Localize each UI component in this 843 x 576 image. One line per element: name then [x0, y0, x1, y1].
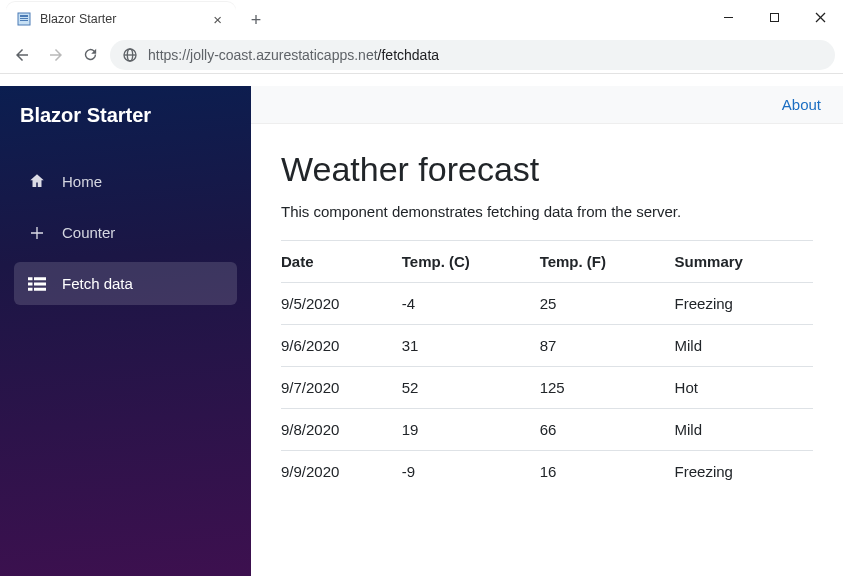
browser-tab[interactable]: Blazor Starter ×: [6, 2, 236, 36]
svg-rect-12: [34, 277, 46, 280]
cell-date: 9/9/2020: [281, 451, 402, 493]
cell-tf: 16: [540, 451, 675, 493]
page-title: Weather forecast: [281, 150, 813, 189]
cell-summary: Hot: [675, 367, 813, 409]
svg-rect-13: [28, 282, 33, 285]
cell-summary: Freezing: [675, 451, 813, 493]
table-row: 9/8/20201966Mild: [281, 409, 813, 451]
cell-tf: 125: [540, 367, 675, 409]
th-summary: Summary: [675, 241, 813, 283]
app: Blazor Starter Home Counter Fetch data A…: [0, 86, 843, 576]
sidebar-item-label: Fetch data: [62, 275, 133, 292]
about-link[interactable]: About: [782, 96, 821, 113]
tab-close-icon[interactable]: ×: [213, 11, 222, 28]
svg-rect-1: [20, 15, 28, 17]
svg-rect-15: [28, 287, 33, 290]
cell-tc: 31: [402, 325, 540, 367]
sidebar-item-label: Home: [62, 173, 102, 190]
forward-button[interactable]: [42, 41, 70, 69]
svg-rect-2: [20, 18, 28, 19]
cell-summary: Mild: [675, 409, 813, 451]
svg-rect-5: [770, 13, 778, 21]
url-text: https://jolly-coast.azurestaticapps.net/…: [148, 47, 439, 63]
reload-button[interactable]: [76, 41, 104, 69]
table-row: 9/5/2020-425Freezing: [281, 283, 813, 325]
table-row: 9/6/20203187Mild: [281, 325, 813, 367]
th-temp-f: Temp. (F): [540, 241, 675, 283]
table-header-row: Date Temp. (C) Temp. (F) Summary: [281, 241, 813, 283]
sidebar-item-label: Counter: [62, 224, 115, 241]
cell-date: 9/5/2020: [281, 283, 402, 325]
cell-date: 9/8/2020: [281, 409, 402, 451]
page-body: Weather forecast This component demonstr…: [251, 124, 843, 492]
page-description: This component demonstrates fetching dat…: [281, 203, 813, 220]
cell-date: 9/7/2020: [281, 367, 402, 409]
sidebar-nav: Home Counter Fetch data: [0, 149, 251, 315]
cell-tc: -4: [402, 283, 540, 325]
window-close-button[interactable]: [797, 2, 843, 32]
site-info-icon[interactable]: [122, 47, 138, 63]
cell-tf: 25: [540, 283, 675, 325]
topbar: About: [251, 86, 843, 124]
table-row: 9/9/2020-916Freezing: [281, 451, 813, 493]
cell-tf: 87: [540, 325, 675, 367]
brand-title: Blazor Starter: [0, 86, 251, 149]
sidebar: Blazor Starter Home Counter Fetch data: [0, 86, 251, 576]
sidebar-item-home[interactable]: Home: [14, 159, 237, 203]
forecast-table: Date Temp. (C) Temp. (F) Summary 9/5/202…: [281, 240, 813, 492]
tabstrip: Blazor Starter × +: [0, 0, 843, 36]
svg-rect-16: [34, 287, 46, 290]
sidebar-item-fetch-data[interactable]: Fetch data: [14, 262, 237, 305]
new-tab-button[interactable]: +: [242, 6, 270, 34]
tab-title: Blazor Starter: [40, 12, 205, 26]
cell-tc: -9: [402, 451, 540, 493]
svg-rect-14: [34, 282, 46, 285]
back-button[interactable]: [8, 41, 36, 69]
plus-icon: [28, 225, 46, 241]
table-row: 9/7/202052125Hot: [281, 367, 813, 409]
th-date: Date: [281, 241, 402, 283]
cell-tf: 66: [540, 409, 675, 451]
svg-rect-3: [20, 20, 28, 21]
content: About Weather forecast This component de…: [251, 86, 843, 576]
svg-rect-11: [28, 277, 33, 280]
address-bar[interactable]: https://jolly-coast.azurestaticapps.net/…: [110, 40, 835, 70]
cell-date: 9/6/2020: [281, 325, 402, 367]
window-minimize-button[interactable]: [705, 2, 751, 32]
browser-chrome: Blazor Starter × + https://jolly-coast.a…: [0, 0, 843, 86]
window-maximize-button[interactable]: [751, 2, 797, 32]
cell-tc: 52: [402, 367, 540, 409]
cell-tc: 19: [402, 409, 540, 451]
th-temp-c: Temp. (C): [402, 241, 540, 283]
browser-toolbar: https://jolly-coast.azurestaticapps.net/…: [0, 36, 843, 74]
cell-summary: Mild: [675, 325, 813, 367]
sidebar-item-counter[interactable]: Counter: [14, 211, 237, 254]
cell-summary: Freezing: [675, 283, 813, 325]
favicon-icon: [16, 11, 32, 27]
home-icon: [28, 172, 46, 190]
window-controls: [705, 2, 843, 36]
list-icon: [28, 277, 46, 291]
